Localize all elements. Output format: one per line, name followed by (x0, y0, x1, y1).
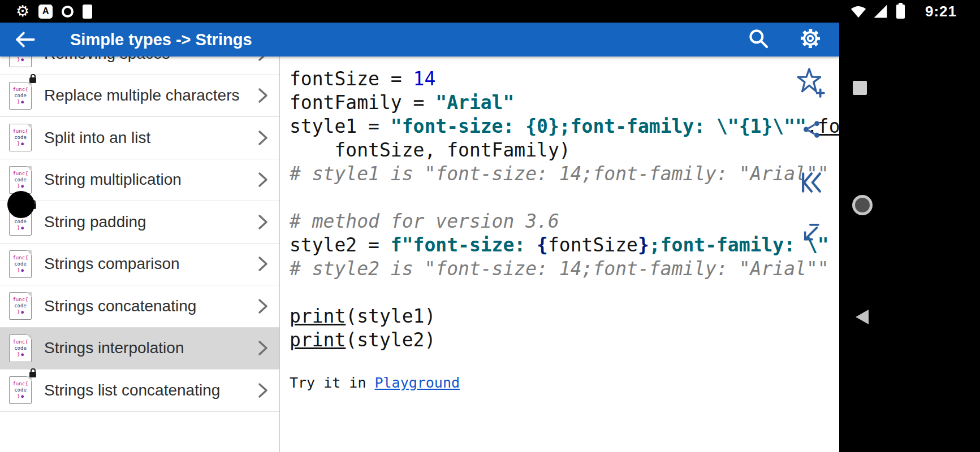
status-system-icons: 9:21 (850, 0, 957, 23)
android-nav-bar (839, 23, 980, 452)
code-line: print(style1) (290, 305, 839, 328)
search-button[interactable] (748, 28, 769, 51)
chevron-right-icon (257, 56, 269, 63)
settings-button[interactable] (798, 27, 822, 53)
sidebar-item-string-multiplication[interactable]: func{ code }● String multiplication (0, 159, 279, 202)
nav-back-button[interactable] (856, 310, 869, 324)
back-arrow-icon (15, 31, 36, 48)
playground-link[interactable]: Playground (375, 375, 460, 391)
topic-label: Strings list concatenating (44, 381, 257, 399)
page-title: Simple types -> Strings (70, 31, 252, 49)
main-content: func{ code }● Removing spaces func{ code… (0, 56, 839, 452)
status-bar: ⚙ A 9:21 (0, 0, 980, 23)
recents-button[interactable] (853, 81, 867, 95)
sidebar-item-split-into-an-list[interactable]: func{ code }● Split into an list (0, 117, 279, 159)
lock-icon (29, 77, 36, 83)
card-notification-icon (83, 5, 92, 19)
chevron-right-icon (257, 171, 269, 189)
sidebar-item-replace-multiple-characters[interactable]: func{ code }● Replace multiple character… (0, 75, 279, 118)
star-plus-icon (795, 68, 826, 98)
code-line: # style2 is "font-size: 14;font-family: … (290, 257, 839, 281)
sidebar-item-strings-list-concatenating[interactable]: func{ code }● Strings list concatenating (0, 370, 279, 412)
code-doc-icon: func{ code }● (9, 292, 32, 320)
topic-label: Removing spaces (44, 56, 257, 63)
sidebar-item-string-padding[interactable]: func{ code }● String padding (0, 201, 279, 244)
skip-to-start-button[interactable] (798, 171, 824, 197)
lock-icon (29, 372, 36, 377)
code-token: # method for version 3.6 (290, 210, 559, 232)
try-it-line: Try it in Playground (290, 375, 460, 391)
wifi-icon (850, 4, 867, 19)
code-doc-icon: func{ code }● (9, 82, 32, 110)
cellular-signal-icon (873, 4, 888, 19)
code-token: fontSize, fontFamily) (290, 139, 571, 161)
gear-notification-icon: ⚙ (16, 0, 29, 23)
code-panel[interactable]: fontSize = 14fontFamily = "Arial"style1 … (280, 56, 839, 452)
code-token: # style2 is "font-size: 14;font-family: … (290, 258, 829, 280)
code-line: fontSize, fontFamily) (290, 138, 839, 162)
code-token: fontSize = (290, 68, 413, 90)
code-line: print(style2) (290, 328, 839, 352)
collapse-corner-button[interactable] (798, 221, 821, 246)
code-line: # method for version 3.6 (290, 210, 839, 233)
topic-label: String padding (44, 213, 257, 231)
code-token: fontFamily = (290, 92, 435, 114)
code-token: style2 = (290, 234, 391, 256)
status-notification-icons: ⚙ A (16, 0, 92, 23)
code-token: { (537, 234, 548, 256)
code-doc-icon: func{ code }● (9, 56, 32, 67)
chevron-right-icon (257, 213, 269, 231)
code-link[interactable]: print (290, 329, 346, 351)
topic-label: Split into an list (44, 129, 257, 147)
diagonal-arrow-icon (798, 221, 821, 244)
code-token: style1 = (290, 115, 391, 137)
sidebar-item-strings-interpolation[interactable]: func{ code }● Strings interpolation (0, 328, 279, 370)
chevron-right-icon (257, 339, 269, 357)
topic-label: Strings concatenating (44, 297, 257, 315)
code-doc-icon: func{ code }● (9, 124, 32, 151)
sidebar-item-strings-concatenating[interactable]: func{ code }● Strings concatenating (0, 285, 279, 328)
chevron-right-icon (257, 129, 269, 147)
code-link[interactable]: print (290, 305, 346, 327)
touch-indicator-dot (7, 191, 34, 218)
home-button[interactable] (852, 195, 873, 215)
skip-to-start-icon (798, 171, 824, 194)
code-line (290, 281, 839, 305)
circle-notification-icon (62, 6, 74, 18)
code-line: # style1 is "font-size: 14;font-family: … (290, 162, 839, 186)
code-line: fontFamily = "Arial" (290, 91, 839, 115)
try-it-text: Try it in (290, 375, 375, 391)
add-favorite-button[interactable] (795, 68, 826, 101)
sidebar-item-removing-spaces[interactable]: func{ code }● Removing spaces (0, 56, 279, 75)
code-token: } (638, 234, 649, 256)
topics-sidebar[interactable]: func{ code }● Removing spaces func{ code… (0, 56, 280, 452)
code-doc-icon: func{ code }● (9, 166, 32, 194)
code-token: 14 (413, 68, 436, 90)
app-bar: Simple types -> Strings (0, 23, 839, 56)
share-icon (801, 119, 822, 140)
code-doc-icon: func{ code }● (9, 334, 32, 362)
code-token: # style1 is "font-size: 14;font-family: … (290, 163, 829, 185)
back-button[interactable] (15, 31, 37, 49)
status-clock: 9:21 (925, 3, 957, 20)
letter-a-notification-icon: A (38, 5, 53, 19)
code-line (290, 186, 839, 210)
topic-label: String multiplication (44, 171, 257, 189)
chevron-right-icon (257, 381, 269, 399)
code-line: fontSize = 14 (290, 67, 839, 91)
topic-label: Strings comparison (44, 255, 257, 273)
code-token: f"font-size: (391, 234, 537, 256)
code-token: fontSize (548, 234, 638, 256)
code-token: (style2) (346, 329, 435, 351)
chevron-right-icon (257, 297, 269, 315)
gear-icon (798, 27, 822, 50)
sidebar-item-strings-comparison[interactable]: func{ code }● Strings comparison (0, 244, 279, 286)
topic-label: Strings interpolation (44, 339, 257, 357)
code-doc-icon: func{ code }● (9, 376, 32, 404)
code-token: "font-size: {0};font-family: \"{1}\"" (391, 115, 806, 137)
code-token: (style1) (346, 305, 435, 327)
code-block: fontSize = 14fontFamily = "Arial"style1 … (290, 67, 839, 352)
share-button[interactable] (801, 119, 822, 142)
chevron-right-icon (257, 86, 269, 105)
code-line: style1 = "font-size: {0};font-family: \"… (290, 115, 839, 138)
